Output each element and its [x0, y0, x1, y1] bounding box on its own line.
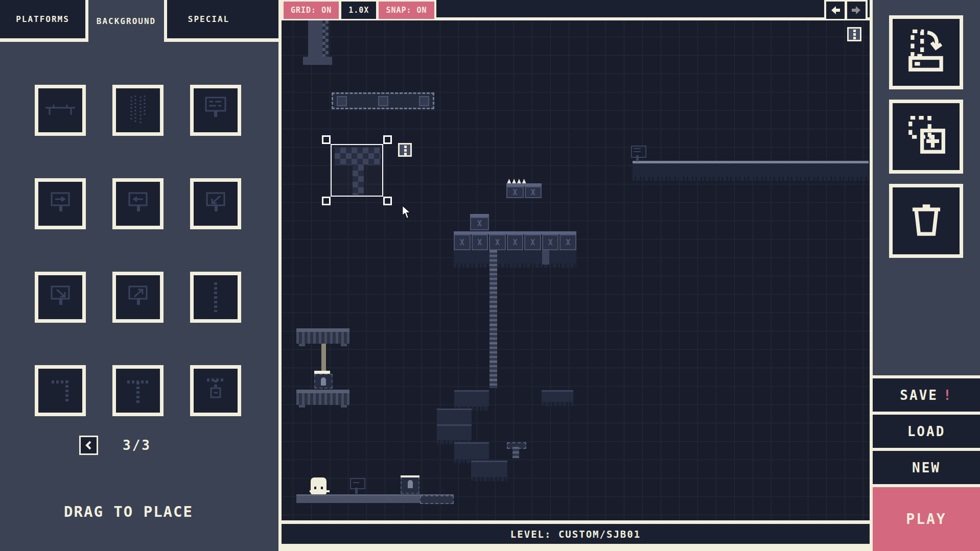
level-editor-app: PLATFORMSBACKGROUNDSPECIAL 3/3 DRAG TO P…: [0, 0, 980, 551]
page-indicator: 3/3: [123, 438, 151, 453]
snap-toggle-button[interactable]: SNAP: ON: [379, 2, 434, 19]
crate-x: [454, 234, 471, 250]
placed-crate-row[interactable]: [454, 231, 576, 250]
placed-pole[interactable]: [321, 344, 326, 371]
delete-selection-button[interactable]: [889, 184, 963, 258]
palette-grid: [35, 85, 241, 416]
placed-dirt[interactable]: [437, 424, 472, 440]
placed-post[interactable]: [542, 250, 549, 265]
crate-box: [337, 96, 347, 106]
palette-sidebar: PLATFORMSBACKGROUNDSPECIAL 3/3 DRAG TO P…: [0, 0, 278, 551]
crate-x: [542, 234, 559, 250]
selection-resize-handle[interactable]: [383, 135, 392, 144]
crate-x: [472, 234, 488, 250]
placed-bench[interactable]: [296, 390, 349, 405]
tab-special[interactable]: SPECIAL: [167, 0, 250, 38]
palette-pager: 3/3: [79, 436, 151, 455]
placed-dirt[interactable]: [454, 442, 489, 459]
placed-crate-row[interactable]: [470, 214, 489, 230]
duplicate-selection-button[interactable]: [889, 100, 963, 174]
palette-tile-billboard[interactable]: [190, 85, 241, 136]
new-button[interactable]: NEW: [873, 448, 980, 484]
palette-tile-chain-corner[interactable]: [35, 365, 86, 416]
palette-tile-bench[interactable]: [35, 85, 86, 136]
crate-x: [507, 234, 524, 250]
level-name-label: LEVEL: CUSTOM/SJB01: [510, 529, 641, 540]
tab-platforms[interactable]: PLATFORMS: [0, 0, 85, 38]
editor-center: GRID: ON 1.0X SNAP: ON LEVEL: CUSTOM: [278, 0, 873, 551]
palette-tile-chain-vertical[interactable]: [190, 272, 241, 323]
delete-selection-icon: [900, 194, 953, 249]
mouse-cursor: [402, 205, 412, 219]
canvas-menu-button[interactable]: [847, 27, 861, 41]
palette-tile-sign-arrow-up-right[interactable]: [112, 272, 164, 323]
placed-dirt[interactable]: [471, 461, 507, 477]
selection-resize-handle[interactable]: [383, 197, 392, 205]
placed-crate-row[interactable]: [506, 183, 542, 198]
sign-post: [636, 155, 639, 161]
crate-x: [559, 234, 576, 250]
save-button[interactable]: SAVE!: [873, 375, 980, 412]
file-actions: SAVE! LOAD NEW PLAY: [873, 375, 980, 551]
category-tabs: PLATFORMSBACKGROUNDSPECIAL: [0, 0, 278, 42]
palette-tile-sign-arrow-down-left[interactable]: [190, 178, 241, 229]
selection-box: [331, 144, 383, 197]
selection-resize-handle[interactable]: [322, 197, 331, 205]
palette-tile-sign-arrow-down-right[interactable]: [35, 272, 86, 323]
crate-box: [419, 96, 429, 106]
placed-keycrate[interactable]: [314, 374, 333, 389]
placed-pillar[interactable]: [308, 20, 329, 57]
placed-bench[interactable]: [296, 328, 349, 344]
placed-dotted[interactable]: [332, 92, 434, 109]
redo-button[interactable]: [847, 2, 866, 19]
sign-post: [355, 488, 358, 494]
play-button[interactable]: PLAY: [873, 484, 980, 551]
placed-slab[interactable]: [303, 57, 332, 65]
placed-mini-t[interactable]: [507, 442, 524, 458]
selection-resize-handle[interactable]: [322, 135, 331, 144]
crate-x: [489, 234, 506, 250]
drag-hint-label: DRAG TO PLACE: [64, 503, 193, 520]
arrow-right-icon: [850, 4, 862, 16]
tab-background[interactable]: BACKGROUND: [85, 0, 167, 42]
palette-tile-chain-lantern[interactable]: [190, 365, 241, 416]
send-to-back-button[interactable]: [889, 15, 963, 89]
history-controls: [824, 0, 868, 20]
selection-menu-button[interactable]: [398, 143, 412, 157]
crate-x: [470, 217, 489, 230]
placed-chain[interactable]: [489, 250, 497, 388]
placed-ground[interactable]: [633, 161, 869, 177]
placed-dirt[interactable]: [437, 409, 472, 424]
placed-sign-right[interactable]: [349, 478, 364, 494]
placed-floor-dotted[interactable]: [420, 495, 454, 504]
undo-button[interactable]: [826, 2, 845, 19]
chevron-left-icon: [84, 440, 94, 450]
placed-crusher[interactable]: [401, 476, 419, 494]
crate-x: [506, 186, 524, 198]
palette-tile-sign-arrow-right[interactable]: [35, 178, 86, 229]
unsaved-changes-badge: !: [943, 388, 953, 403]
crate-box: [378, 96, 388, 106]
duplicate-selection-icon: [900, 109, 953, 164]
canvas-toolbar: GRID: ON 1.0X SNAP: ON: [282, 0, 870, 20]
send-to-back-icon: [900, 25, 953, 80]
status-bar: LEVEL: CUSTOM/SJB01: [282, 524, 870, 544]
level-canvas[interactable]: [282, 20, 870, 524]
view-toggles: GRID: ON 1.0X SNAP: ON: [282, 0, 436, 20]
placed-character[interactable]: [311, 477, 326, 494]
placed-billboard[interactable]: [630, 146, 645, 161]
palette-tile-vines[interactable]: [112, 85, 164, 136]
placed-moss[interactable]: [454, 250, 576, 263]
tools-sidebar: SAVE! LOAD NEW PLAY: [873, 0, 980, 551]
crate-x: [525, 186, 542, 198]
grid-toggle-button[interactable]: GRID: ON: [284, 2, 339, 19]
crate-x: [524, 234, 541, 250]
placed-dirt[interactable]: [454, 390, 489, 406]
placed-dirt[interactable]: [542, 390, 573, 402]
palette-tile-sign-arrow-left[interactable]: [112, 178, 164, 229]
arrow-left-icon: [829, 4, 842, 16]
load-button[interactable]: LOAD: [873, 412, 980, 448]
palette-tile-chain-t[interactable]: [112, 365, 164, 416]
zoom-level-button[interactable]: 1.0X: [341, 2, 376, 19]
palette-prev-button[interactable]: [79, 436, 98, 455]
